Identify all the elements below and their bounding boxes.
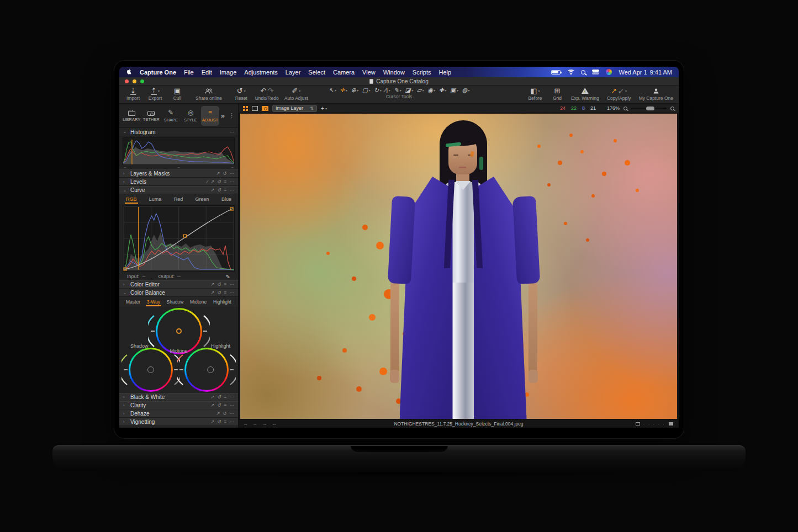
presets-icon[interactable]: ≡ <box>224 403 227 408</box>
tab-adjust[interactable]: ≡ADJUST <box>201 106 219 126</box>
zoom-slider[interactable] <box>631 108 667 109</box>
highlight-wheel-handle[interactable] <box>207 366 214 373</box>
curve-header[interactable]: ⌄ Curve ↗↺≡⋯ <box>119 186 238 194</box>
cb-tab-master[interactable]: Master <box>125 298 141 306</box>
curve-picker-icon[interactable]: ✎ <box>226 274 230 280</box>
expand-panel-icon[interactable]: » <box>221 111 225 120</box>
tab-overflow-icon[interactable]: ⋮ <box>229 112 235 119</box>
copy-adjustments-icon[interactable]: ↗ <box>210 179 214 184</box>
more-icon[interactable]: ⋯ <box>230 411 235 416</box>
presets-icon[interactable]: ≡ <box>224 188 227 193</box>
zoom-slider-handle[interactable] <box>646 107 654 110</box>
multi-view-icon[interactable] <box>243 106 248 111</box>
control-center-icon[interactable] <box>592 70 599 75</box>
magnify-tool[interactable]: ⊕▾ <box>351 87 358 93</box>
heal-tool[interactable]: ✚▾ <box>439 87 446 93</box>
highlight-lightness-slider[interactable] <box>230 353 236 386</box>
share-online-button[interactable]: Share online <box>195 87 222 101</box>
curve-tab-blue[interactable]: Blue <box>220 195 232 204</box>
export-button[interactable]: ⇡▾ Export <box>147 87 163 101</box>
battery-icon[interactable] <box>551 70 561 75</box>
menu-layer[interactable]: Layer <box>286 69 301 76</box>
levels-header[interactable]: › Levels ∕↗↺≡⋯ <box>119 178 238 186</box>
more-icon[interactable]: ⋯ <box>230 395 235 400</box>
clarity-header[interactable]: › Clarity ↗↺≡⋯ <box>119 401 238 409</box>
midtone-saturation-slider[interactable] <box>148 314 155 348</box>
presets-icon[interactable]: ≡ <box>224 282 227 287</box>
rotate-tool[interactable]: ↻▾ <box>374 87 381 93</box>
color-balance-header[interactable]: ⌄ Color Balance ↗↺≡⋯ <box>119 289 238 297</box>
more-icon[interactable]: ⋯ <box>230 403 235 408</box>
more-icon[interactable]: ⋯ <box>230 130 235 135</box>
my-capture-one-button[interactable]: My Capture One <box>639 87 673 101</box>
menu-image[interactable]: Image <box>220 69 237 76</box>
minimize-button[interactable] <box>133 79 136 83</box>
curve-tab-red[interactable]: Red <box>173 195 184 204</box>
close-button[interactable] <box>125 79 129 83</box>
pan-tool[interactable]: ✛▾ <box>340 87 347 93</box>
zoom-in-icon[interactable] <box>670 107 674 110</box>
clone-tool[interactable]: ▣▾ <box>450 87 458 93</box>
menu-window[interactable]: Window <box>383 69 405 76</box>
cull-button[interactable]: ▣ Cull <box>169 87 186 101</box>
reset-icon[interactable]: ↺ <box>217 282 221 287</box>
vignetting-header[interactable]: › Vignetting ↗↺≡⋯ <box>119 418 238 426</box>
reset-icon[interactable]: ↺ <box>217 188 221 193</box>
curve-tab-green[interactable]: Green <box>194 195 210 204</box>
more-icon[interactable]: ⋯ <box>230 179 235 184</box>
tab-library[interactable]: LIBRARY <box>123 106 141 126</box>
menu-select[interactable]: Select <box>308 69 325 76</box>
presets-icon[interactable]: ≡ <box>224 290 227 295</box>
reset-icon[interactable]: ↺ <box>217 403 221 408</box>
radial-gradient-mask-tool[interactable]: ◉▾ <box>427 87 435 93</box>
draw-mask-tool[interactable]: ✎▾ <box>394 87 401 93</box>
menu-adjustments[interactable]: Adjustments <box>244 69 278 76</box>
cb-tab-highlight[interactable]: Highlight <box>212 298 232 306</box>
keystone-tool[interactable]: ∕|▾ <box>385 87 390 93</box>
pager-start-icon[interactable] <box>636 422 640 425</box>
pager-end-icon[interactable] <box>669 422 673 425</box>
more-icon[interactable]: ⋯ <box>230 282 235 287</box>
layers-masks-header[interactable]: › Layers & Masks ↗↺⋯ <box>119 169 238 178</box>
midtone-wheel-handle[interactable] <box>176 328 182 334</box>
spotlight-icon[interactable] <box>581 70 585 75</box>
apple-logo-icon[interactable] <box>126 68 132 76</box>
shadow-wheel-handle[interactable] <box>147 366 154 373</box>
erase-mask-tool[interactable]: ◪▾ <box>405 87 413 93</box>
reset-button[interactable]: ↺▾ Reset <box>233 87 250 101</box>
highlight-saturation-slider[interactable] <box>177 353 183 386</box>
select-tool[interactable]: ↖▾ <box>329 87 336 93</box>
undo-redo-button[interactable]: ↶↷ Undo/Redo <box>255 87 279 101</box>
presets-icon[interactable]: ≡ <box>224 395 227 400</box>
presets-icon[interactable]: ≡ <box>224 419 227 424</box>
reset-icon[interactable]: ↺ <box>217 395 221 400</box>
single-view-icon[interactable] <box>252 106 258 111</box>
more-icon[interactable]: ⋯ <box>230 171 235 176</box>
curve-chart[interactable] <box>123 205 235 272</box>
cb-tab-shadow[interactable]: Shadow <box>166 298 185 306</box>
crop-tool[interactable]: ▢▾ <box>362 87 370 93</box>
copy-adjustments-icon[interactable]: ↗ <box>210 282 214 287</box>
add-layer-button[interactable]: + ▾ <box>321 105 327 111</box>
menu-help[interactable]: Help <box>438 69 451 76</box>
menu-edit[interactable]: Edit <box>202 69 212 76</box>
reset-icon[interactable]: ↺ <box>217 290 221 295</box>
zoom-button[interactable] <box>140 79 144 83</box>
menu-camera[interactable]: Camera <box>333 69 355 76</box>
copy-adjustments-icon[interactable]: ↗ <box>210 395 214 400</box>
menu-file[interactable]: File <box>184 69 194 76</box>
reset-icon[interactable]: ↺ <box>217 179 221 184</box>
midtone-lightness-slider[interactable] <box>203 314 210 348</box>
curve-tab-luma[interactable]: Luma <box>148 195 163 204</box>
reset-icon[interactable]: ↺ <box>223 411 226 416</box>
wifi-icon[interactable] <box>567 70 574 75</box>
before-button[interactable]: ◧▾ Before <box>527 87 543 101</box>
copy-apply-button[interactable]: ↗↙▾ Copy/Apply <box>605 87 633 101</box>
exposure-warning-button[interactable]: ! Exp. Warning <box>571 87 599 101</box>
layer-selector[interactable]: Image Layer ⇅ <box>272 105 317 112</box>
auto-adjust-button[interactable]: ✐▾ Auto Adjust <box>284 87 308 101</box>
proof-view-icon[interactable] <box>262 106 268 111</box>
cb-tab-midtone[interactable]: Midtone <box>189 298 208 306</box>
more-icon[interactable]: ⋯ <box>230 290 235 295</box>
zoom-level[interactable]: 176% <box>607 105 620 111</box>
